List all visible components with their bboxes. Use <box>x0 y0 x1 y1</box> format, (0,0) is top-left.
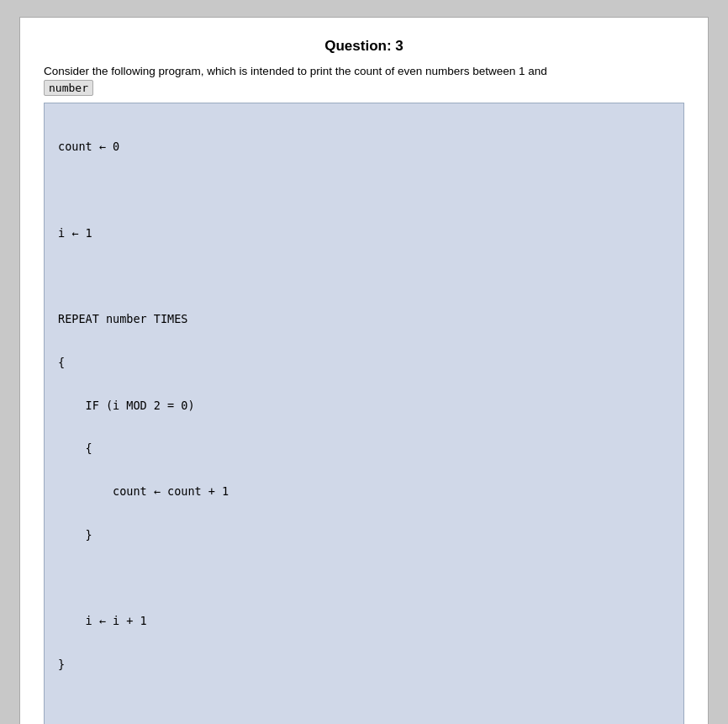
code-line-3: i ← 1 <box>58 223 670 245</box>
code-line-14 <box>58 697 670 719</box>
question-description: Consider the following program, which is… <box>44 63 684 98</box>
code-line-13: } <box>58 654 670 676</box>
description-text: Consider the following program, which is… <box>44 65 547 77</box>
code-line-6: { <box>58 352 670 374</box>
code-line-7: IF (i MOD 2 = 0) <box>58 395 670 417</box>
inline-code-number: number <box>44 80 93 96</box>
code-line-8: { <box>58 438 670 460</box>
code-line-2 <box>58 179 670 201</box>
code-line-1: count ← 0 <box>58 136 670 158</box>
code-line-4 <box>58 266 670 288</box>
code-line-5: REPEAT number TIMES <box>58 309 670 330</box>
code-line-10: } <box>58 525 670 547</box>
code-line-12: i ← i + 1 <box>58 610 670 632</box>
page-container: Question: 3 Consider the following progr… <box>19 17 709 724</box>
question-title: Question: 3 <box>44 38 684 55</box>
code-block: count ← 0 i ← 1 REPEAT number TIMES { IF… <box>44 103 684 725</box>
code-line-11 <box>58 568 670 589</box>
code-line-9: count ← count + 1 <box>58 481 670 503</box>
